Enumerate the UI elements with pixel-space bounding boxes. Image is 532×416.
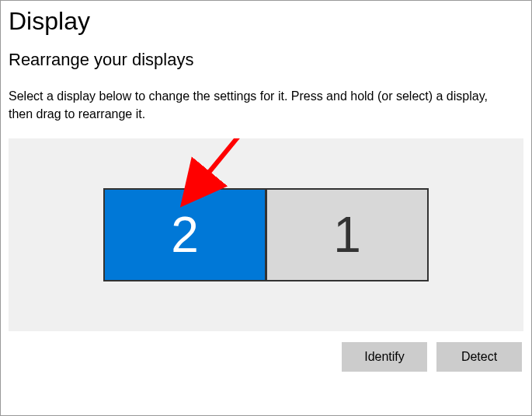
detect-button[interactable]: Detect — [436, 342, 522, 372]
monitor-2[interactable]: 2 — [103, 188, 266, 281]
monitor-1-label: 1 — [333, 206, 361, 264]
identify-button[interactable]: Identify — [342, 342, 427, 372]
monitor-2-label: 2 — [171, 206, 199, 264]
svg-line-1 — [203, 138, 282, 180]
page-title: Display — [9, 7, 523, 36]
monitors-container: 2 1 — [103, 188, 429, 281]
monitor-1[interactable]: 1 — [266, 188, 429, 281]
section-title: Rearrange your displays — [9, 50, 523, 70]
description-text: Select a display below to change the set… — [9, 87, 513, 123]
button-row: Identify Detect — [9, 342, 523, 372]
display-preview-area: 2 1 — [9, 138, 523, 331]
